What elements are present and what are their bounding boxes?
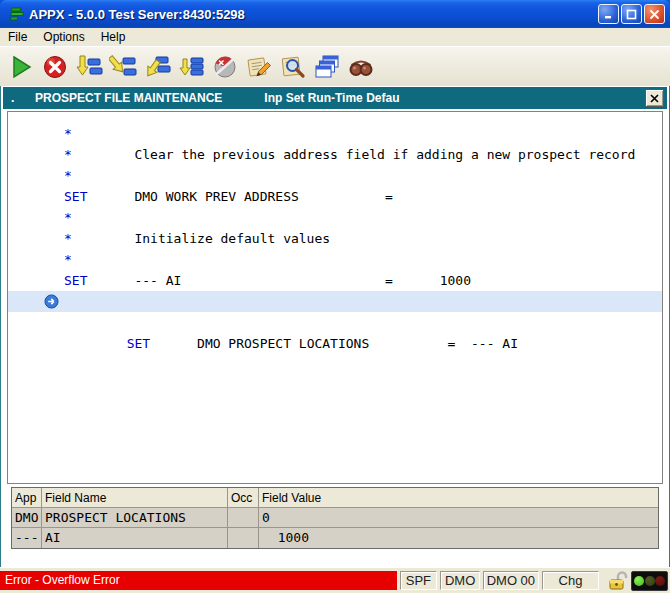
step-into-icon — [75, 53, 103, 81]
lock-button[interactable] — [605, 570, 629, 591]
maximize-button[interactable] — [621, 4, 642, 24]
cascade-windows-button[interactable] — [312, 52, 342, 82]
code-keyword: * — [64, 165, 134, 186]
client-area: . PROSPECT FILE MAINTENANCE Inp Set Run-… — [0, 86, 670, 567]
code-keyword: * — [64, 207, 134, 228]
cascade-windows-icon — [313, 53, 341, 81]
cell-app: DMO — [12, 508, 42, 528]
toolbar — [0, 47, 670, 86]
cell-occ — [228, 508, 259, 528]
watch-button[interactable] — [346, 52, 376, 82]
code-body: Clear the previous address field if addi… — [134, 147, 635, 162]
code-line[interactable]: *Clear the previous address field if add… — [8, 144, 662, 165]
code-keyword: * — [64, 144, 134, 165]
connection-status-light — [631, 571, 668, 591]
code-keyword: SET — [64, 186, 134, 207]
code-keyword: * — [64, 123, 134, 144]
status-dmo00[interactable]: DMO 00 — [483, 571, 539, 590]
code-body: DMO PROSPECT LOCATIONS = --- AI — [197, 336, 518, 351]
step-out-icon — [143, 53, 171, 81]
app-window: APPX - 5.0.0 Test Server:8430:5298 File … — [0, 0, 670, 593]
step-over-button[interactable] — [108, 52, 138, 82]
code-line[interactable]: *Initialize default values — [8, 228, 662, 249]
window-title: APPX - 5.0.0 Test Server:8430:5298 — [24, 7, 596, 22]
code-body: --- AI = 1000 — [134, 273, 471, 288]
close-icon — [649, 9, 660, 20]
watch-icon — [347, 53, 375, 81]
code-body: Initialize default values — [134, 231, 330, 246]
edit-note-icon — [245, 53, 273, 81]
col-field-name: Field Name — [42, 488, 228, 508]
code-body: DMO WORK PREV ADDRESS = — [134, 189, 392, 204]
status-spf[interactable]: SPF — [400, 571, 438, 590]
code-listing: * *Clear the previous address field if a… — [7, 111, 663, 484]
panel-close-icon — [650, 94, 659, 103]
code-line[interactable]: SET--- AI = 1000 — [8, 270, 662, 291]
minimize-button[interactable] — [598, 4, 619, 24]
status-chg[interactable]: Chg — [542, 571, 600, 590]
code-keyword: SET — [64, 270, 134, 291]
table-row[interactable]: --- AI 1000 — [12, 528, 658, 548]
find-button[interactable] — [278, 52, 308, 82]
menu-help[interactable]: Help — [93, 29, 134, 45]
current-line-pointer-icon — [44, 294, 59, 309]
cell-field-value[interactable]: 1000 — [259, 528, 658, 548]
app-icon — [6, 5, 24, 23]
code-line[interactable]: * — [8, 123, 662, 144]
dim-led-icon — [645, 576, 655, 586]
code-line[interactable]: * — [8, 249, 662, 270]
caption-dot: . — [11, 91, 35, 105]
menu-file[interactable]: File — [0, 29, 35, 45]
run-button[interactable] — [6, 52, 36, 82]
red-led-icon — [655, 576, 665, 586]
statusbar: Error - Overflow Error SPF DMO DMO 00 Ch… — [0, 567, 670, 593]
cancel-button[interactable] — [40, 52, 70, 82]
maximize-icon — [626, 9, 637, 20]
cell-field-name: AI — [42, 528, 228, 548]
cell-field-name: PROSPECT LOCATIONS — [42, 508, 228, 528]
clear-breakpoints-icon — [211, 53, 239, 81]
cell-occ — [228, 528, 259, 548]
unlocked-padlock-icon — [606, 570, 628, 591]
code-line[interactable]: * — [8, 207, 662, 228]
step-into-button[interactable] — [74, 52, 104, 82]
green-led-icon — [634, 576, 644, 586]
step-over-icon — [109, 53, 137, 81]
clear-breakpoints-button[interactable] — [210, 52, 240, 82]
code-keyword: SET — [127, 333, 197, 354]
step-out-button[interactable] — [142, 52, 172, 82]
panel-caption: . PROSPECT FILE MAINTENANCE Inp Set Run-… — [3, 87, 667, 109]
titlebar: APPX - 5.0.0 Test Server:8430:5298 — [0, 0, 670, 28]
field-table: App Field Name Occ Field Value DMO PROSP… — [11, 487, 659, 549]
run-to-end-icon — [177, 53, 205, 81]
col-field-value: Field Value — [259, 488, 658, 508]
cell-app: --- — [12, 528, 42, 548]
code-keyword: * — [64, 228, 134, 249]
close-button[interactable] — [644, 4, 665, 24]
table-row[interactable]: DMO PROSPECT LOCATIONS 0 — [12, 508, 658, 528]
menubar: File Options Help — [0, 28, 670, 47]
menu-options[interactable]: Options — [35, 29, 92, 45]
panel-subtitle: Inp Set Run-Time Defau — [264, 91, 645, 105]
panel-title: PROSPECT FILE MAINTENANCE — [35, 91, 222, 105]
field-table-header: App Field Name Occ Field Value — [12, 488, 658, 508]
cell-field-value[interactable]: 0 — [259, 508, 658, 528]
status-dmo[interactable]: DMO — [440, 571, 480, 590]
cancel-icon — [41, 53, 69, 81]
panel-close-button[interactable] — [645, 89, 664, 107]
code-line-current[interactable]: SETDMO PROSPECT LOCATIONS = --- AI — [8, 291, 662, 312]
status-error: Error - Overflow Error — [0, 571, 397, 590]
code-keyword: * — [64, 249, 134, 270]
code-line[interactable]: SETDMO WORK PREV ADDRESS = — [8, 186, 662, 207]
edit-note-button[interactable] — [244, 52, 274, 82]
run-icon — [7, 53, 35, 81]
find-icon — [279, 53, 307, 81]
col-occ: Occ — [228, 488, 259, 508]
code-line[interactable]: * — [8, 165, 662, 186]
col-app: App — [12, 488, 42, 508]
minimize-icon — [603, 9, 614, 20]
run-to-end-button[interactable] — [176, 52, 206, 82]
